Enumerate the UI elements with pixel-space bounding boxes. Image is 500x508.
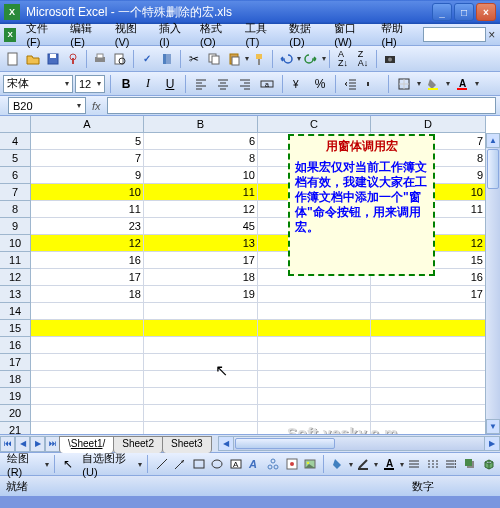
textbox-icon[interactable]: A: [228, 454, 245, 474]
cell[interactable]: [258, 337, 371, 354]
vertical-scrollbar[interactable]: ▲ ▼: [485, 133, 500, 434]
cell[interactable]: [144, 388, 258, 405]
cell[interactable]: 18: [31, 286, 144, 303]
menu-view[interactable]: 视图(V): [109, 19, 153, 50]
row-header[interactable]: 5: [0, 150, 31, 167]
row-header[interactable]: 16: [0, 337, 31, 354]
sheet-tab-2[interactable]: Sheet2: [113, 436, 163, 453]
cell[interactable]: [31, 422, 144, 434]
cell[interactable]: [371, 388, 486, 405]
cell[interactable]: 12: [144, 201, 258, 218]
cell[interactable]: [144, 303, 258, 320]
cell[interactable]: [31, 320, 144, 337]
bold-button[interactable]: B: [116, 74, 136, 94]
cell[interactable]: [258, 354, 371, 371]
open-icon[interactable]: [23, 49, 43, 69]
line-color-icon[interactable]: [355, 454, 372, 474]
row-header[interactable]: 10: [0, 235, 31, 252]
row-header[interactable]: 11: [0, 252, 31, 269]
cell[interactable]: [371, 337, 486, 354]
cell[interactable]: 17: [371, 286, 486, 303]
cell[interactable]: 11: [144, 184, 258, 201]
underline-button[interactable]: U: [160, 74, 180, 94]
borders-dropdown-icon[interactable]: ▾: [416, 79, 421, 88]
fill-dropdown-icon[interactable]: ▾: [445, 79, 450, 88]
cell[interactable]: 17: [144, 252, 258, 269]
preview-icon[interactable]: [110, 49, 130, 69]
menu-edit[interactable]: 编辑(E): [64, 19, 108, 50]
3d-icon[interactable]: [480, 454, 497, 474]
column-header[interactable]: C: [258, 116, 371, 133]
cell[interactable]: 9: [31, 167, 144, 184]
cell[interactable]: [144, 422, 258, 434]
arrow-icon[interactable]: [172, 454, 189, 474]
cell[interactable]: [144, 354, 258, 371]
cell[interactable]: [371, 320, 486, 337]
row-header[interactable]: 13: [0, 286, 31, 303]
cell[interactable]: 6: [144, 133, 258, 150]
new-icon[interactable]: [3, 49, 23, 69]
cell[interactable]: [258, 320, 371, 337]
mdi-close-button[interactable]: ×: [486, 28, 498, 42]
sheet-tab-1[interactable]: \Sheet1/: [59, 436, 114, 453]
row-header[interactable]: 18: [0, 371, 31, 388]
cell[interactable]: [371, 354, 486, 371]
save-icon[interactable]: [43, 49, 63, 69]
font-size-combo[interactable]: 12▾: [75, 75, 105, 93]
redo-icon[interactable]: [301, 49, 321, 69]
cell[interactable]: [31, 303, 144, 320]
cell[interactable]: 5: [31, 133, 144, 150]
horizontal-scrollbar[interactable]: ◀ ▶: [218, 436, 500, 451]
cell[interactable]: 19: [144, 286, 258, 303]
spell-icon[interactable]: ✓: [137, 49, 157, 69]
wordart-icon[interactable]: A: [246, 454, 263, 474]
formula-input[interactable]: [107, 97, 496, 114]
inc-indent-icon[interactable]: [363, 74, 383, 94]
maximize-button[interactable]: □: [454, 3, 474, 21]
name-box[interactable]: B20▾: [8, 97, 86, 114]
menu-file[interactable]: 文件(F): [20, 19, 64, 50]
cell[interactable]: 10: [144, 167, 258, 184]
cell[interactable]: [144, 405, 258, 422]
menu-window[interactable]: 窗口(W): [328, 19, 375, 50]
hscroll-right-icon[interactable]: ▶: [484, 437, 499, 450]
hscroll-left-icon[interactable]: ◀: [219, 437, 234, 450]
menu-tools[interactable]: 工具(T): [239, 19, 283, 50]
cell[interactable]: [31, 354, 144, 371]
row-header[interactable]: 4: [0, 133, 31, 150]
font-name-combo[interactable]: 宋体▾: [3, 75, 73, 93]
menu-format[interactable]: 格式(O): [194, 19, 240, 50]
redo-dropdown-icon[interactable]: ▾: [321, 54, 326, 63]
cell[interactable]: 18: [144, 269, 258, 286]
column-header[interactable]: B: [144, 116, 258, 133]
print-icon[interactable]: [90, 49, 110, 69]
align-right-icon[interactable]: [235, 74, 255, 94]
fontcolor-dropdown-icon[interactable]: ▾: [474, 79, 479, 88]
cell[interactable]: [371, 405, 486, 422]
close-button[interactable]: ×: [476, 3, 496, 21]
worksheet-grid[interactable]: ABCD 456789101112131415161718192021 5677…: [0, 116, 500, 434]
select-objects-icon[interactable]: ↖: [60, 454, 77, 474]
font-color-icon[interactable]: A: [452, 74, 472, 94]
diagram-icon[interactable]: [265, 454, 282, 474]
row-header[interactable]: 9: [0, 218, 31, 235]
cell[interactable]: [258, 286, 371, 303]
cell[interactable]: 17: [31, 269, 144, 286]
select-all-corner[interactable]: [0, 116, 31, 133]
row-header[interactable]: 14: [0, 303, 31, 320]
menu-help[interactable]: 帮助(H): [375, 19, 420, 50]
line-icon[interactable]: [153, 454, 170, 474]
minimize-button[interactable]: _: [432, 3, 452, 21]
italic-button[interactable]: I: [138, 74, 158, 94]
cut-icon[interactable]: ✂: [184, 49, 204, 69]
currency-icon[interactable]: ¥: [288, 74, 308, 94]
merge-center-icon[interactable]: a: [257, 74, 277, 94]
row-header[interactable]: 6: [0, 167, 31, 184]
sheet-tab-3[interactable]: Sheet3: [162, 436, 212, 453]
research-icon[interactable]: [157, 49, 177, 69]
font-color-draw-icon[interactable]: A: [380, 454, 397, 474]
row-header[interactable]: 12: [0, 269, 31, 286]
cell[interactable]: [371, 303, 486, 320]
ask-help-input[interactable]: [423, 27, 485, 42]
scroll-up-icon[interactable]: ▲: [486, 133, 500, 148]
